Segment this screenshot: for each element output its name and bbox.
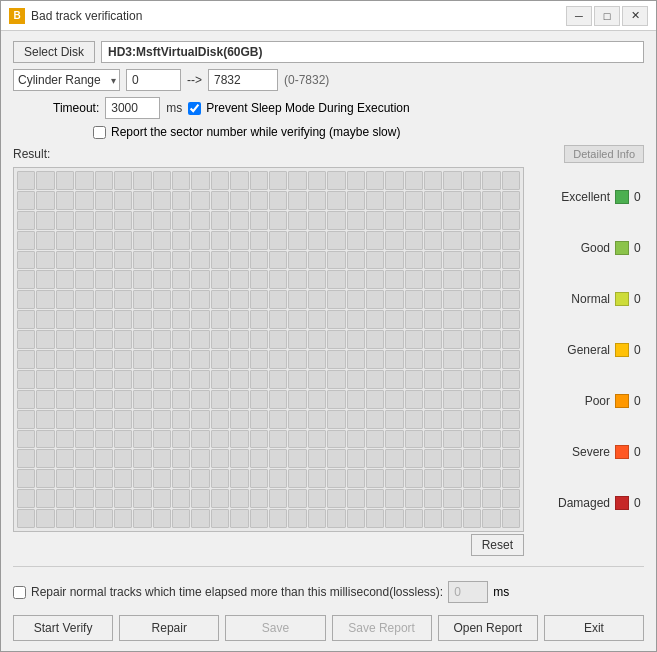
grid-cell (308, 370, 326, 389)
prevent-sleep-checkbox[interactable] (188, 102, 201, 115)
grid-cell (308, 469, 326, 488)
grid-cell (327, 390, 345, 409)
timeout-unit: ms (166, 101, 182, 115)
grid-cell (36, 270, 54, 289)
grid-cell (17, 350, 35, 369)
grid-cell (405, 270, 423, 289)
grid-cell (269, 410, 287, 429)
grid-cell (172, 370, 190, 389)
detailed-info-button[interactable]: Detailed Info (564, 145, 644, 163)
grid-cell (133, 251, 151, 270)
grid-cell (75, 370, 93, 389)
repair-button[interactable]: Repair (119, 615, 219, 641)
grid-cell (133, 330, 151, 349)
prevent-sleep-label[interactable]: Prevent Sleep Mode During Execution (188, 101, 409, 115)
grid-cell (502, 469, 520, 488)
grid-cell (17, 410, 35, 429)
grid-cell (172, 489, 190, 508)
report-sector-checkbox[interactable] (93, 126, 106, 139)
range-type-select[interactable]: Cylinder Range (13, 69, 120, 91)
grid-cell (17, 211, 35, 230)
grid-cell (424, 191, 442, 210)
grid-cell (405, 390, 423, 409)
grid-cell (172, 350, 190, 369)
minimize-button[interactable]: ─ (566, 6, 592, 26)
grid-cell (482, 310, 500, 329)
save-report-button[interactable]: Save Report (332, 615, 432, 641)
grid-cell (36, 390, 54, 409)
grid-cell (443, 191, 461, 210)
grid-cell (153, 191, 171, 210)
save-button[interactable]: Save (225, 615, 325, 641)
grid-cell (36, 290, 54, 309)
grid-cell (17, 251, 35, 270)
legend-item-name: General (567, 343, 610, 357)
grid-cell (502, 251, 520, 270)
grid-cell (502, 390, 520, 409)
open-report-button[interactable]: Open Report (438, 615, 538, 641)
repair-ms-input[interactable] (448, 581, 488, 603)
grid-cell (172, 211, 190, 230)
grid-cell (230, 410, 248, 429)
grid-cell (308, 191, 326, 210)
grid-cell (308, 509, 326, 528)
legend-item-poor: Poor0 (534, 394, 644, 408)
cylinder-from-input[interactable] (126, 69, 181, 91)
grid-cell (366, 489, 384, 508)
grid-cell (56, 290, 74, 309)
legend-item-count: 0 (634, 496, 644, 510)
grid-cell (36, 410, 54, 429)
result-label: Result: (13, 147, 50, 161)
grid-cell (405, 469, 423, 488)
grid-cell (424, 171, 442, 190)
grid-cell (17, 231, 35, 250)
cylinder-to-input[interactable] (208, 69, 278, 91)
repair-checkbox-label[interactable] (13, 586, 26, 599)
reset-button[interactable]: Reset (471, 534, 524, 556)
separator (13, 566, 644, 567)
close-button[interactable]: ✕ (622, 6, 648, 26)
grid-cell (502, 449, 520, 468)
grid-cell (385, 310, 403, 329)
select-disk-button[interactable]: Select Disk (13, 41, 95, 63)
grid-cell (17, 489, 35, 508)
grid-cell (405, 430, 423, 449)
grid-cell (250, 171, 268, 190)
grid-cell (172, 330, 190, 349)
grid-cell (230, 310, 248, 329)
grid-cell (463, 509, 481, 528)
grid-cell (288, 370, 306, 389)
grid-cell (95, 509, 113, 528)
grid-cell (424, 390, 442, 409)
grid-cell (443, 211, 461, 230)
grid-cell (424, 231, 442, 250)
grid-cell (308, 270, 326, 289)
grid-cell (250, 509, 268, 528)
exit-button[interactable]: Exit (544, 615, 644, 641)
maximize-button[interactable]: □ (594, 6, 620, 26)
start-verify-button[interactable]: Start Verify (13, 615, 113, 641)
grid-cell (153, 350, 171, 369)
grid-cell (463, 330, 481, 349)
grid-cell (95, 251, 113, 270)
grid-cell (385, 430, 403, 449)
grid-cell (288, 171, 306, 190)
grid-cell (75, 231, 93, 250)
grid-cell (133, 370, 151, 389)
timeout-input[interactable] (105, 97, 160, 119)
report-sector-label[interactable]: Report the sector number while verifying… (93, 125, 400, 139)
grid-cell (133, 310, 151, 329)
grid-cell (482, 171, 500, 190)
repair-checkbox[interactable] (13, 586, 26, 599)
grid-cell (463, 290, 481, 309)
grid-cell (385, 330, 403, 349)
grid-cell (95, 430, 113, 449)
grid-cell (463, 469, 481, 488)
grid-cell (366, 290, 384, 309)
grid-cell (211, 191, 229, 210)
grid-cell (17, 171, 35, 190)
legend-item-damaged: Damaged0 (534, 496, 644, 510)
grid-cell (385, 290, 403, 309)
grid-cell (327, 330, 345, 349)
grid-cell (366, 270, 384, 289)
